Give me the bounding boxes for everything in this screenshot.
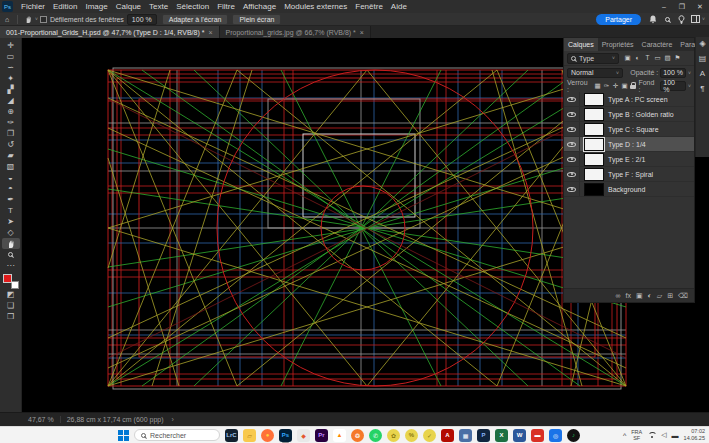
healing-brush-tool[interactable]: ⊕	[2, 106, 20, 117]
layer-row[interactable]: Type F : Spiral	[564, 167, 694, 182]
share-button[interactable]: Partager	[596, 14, 641, 25]
screen-mode-icon[interactable]: ❏	[2, 300, 20, 311]
clock[interactable]: 07:0214.06.25	[684, 428, 705, 441]
volume-icon[interactable]: ◁	[661, 431, 666, 439]
pen-tool[interactable]: ✒	[2, 194, 20, 205]
maximize-button[interactable]: ❐	[673, 0, 691, 13]
visibility-toggle[interactable]	[564, 152, 580, 166]
filter-icon-0[interactable]: ▣	[623, 54, 632, 62]
filter-icon-4[interactable]: ▨	[663, 54, 672, 62]
chevron-down-icon[interactable]: ˅	[702, 16, 705, 22]
hand-tool[interactable]	[2, 238, 20, 249]
battery-icon[interactable]: ▬	[672, 432, 679, 439]
chevron-down-icon[interactable]: ˅	[688, 83, 691, 89]
layer-style-icon[interactable]: fx	[626, 292, 631, 299]
firefox-icon[interactable]: ●	[261, 429, 274, 442]
whatsapp-icon[interactable]: ✆	[369, 429, 382, 442]
taskbar-search[interactable]: Rechercher	[134, 429, 220, 441]
layer-row[interactable]: Type E : 2/1	[564, 152, 694, 167]
layer-row[interactable]: Type A : PC screen	[564, 92, 694, 107]
fit-screen-button[interactable]: Adapter à l'écran	[162, 14, 229, 25]
layer-thumbnail[interactable]	[584, 153, 604, 166]
premiere-icon[interactable]: Pr	[315, 429, 328, 442]
visibility-toggle[interactable]	[564, 167, 580, 181]
photoshop-icon[interactable]: Ps	[279, 429, 292, 442]
lock-icon-2[interactable]: ✛	[611, 82, 619, 90]
app-red-icon[interactable]: ▬	[531, 429, 544, 442]
visibility-toggle[interactable]	[564, 107, 580, 121]
filter-icon-1[interactable]: ◐	[633, 54, 642, 62]
menu-calque[interactable]: Calque	[112, 0, 145, 13]
wifi-icon[interactable]	[647, 432, 656, 439]
layer-thumbnail[interactable]	[584, 183, 604, 196]
status-options-chevron[interactable]: ›	[172, 416, 174, 423]
document-tab-2[interactable]: Proportional_grids.jpg @ 66,7% (RVB/8) *…	[220, 26, 371, 38]
tray-chevron-icon[interactable]: ^	[623, 432, 626, 439]
word-icon[interactable]: W	[513, 429, 526, 442]
visibility-toggle[interactable]	[564, 92, 580, 106]
layer-row[interactable]: Type B : Golden ratio	[564, 107, 694, 122]
document-tab-1[interactable]: 001-Proportional_Grids_H.psd @ 47,7% (Ty…	[0, 26, 220, 38]
panel-tab-caractère[interactable]: Caractère	[638, 38, 677, 51]
foreground-color-swatch[interactable]	[3, 274, 12, 283]
app-yellow-2-icon[interactable]: %	[405, 429, 418, 442]
close-tab-icon[interactable]: ×	[208, 29, 212, 36]
quick-mask-icon[interactable]: ◩	[2, 289, 20, 300]
layer-thumbnail[interactable]	[584, 168, 604, 181]
calculator-icon[interactable]: ▦	[459, 429, 472, 442]
character-dock-icon[interactable]: A	[700, 69, 705, 78]
color-swatches[interactable]	[3, 274, 19, 289]
menu-fichier[interactable]: Fichier	[17, 0, 49, 13]
app-yellow-1-icon[interactable]: ✿	[387, 429, 400, 442]
layer-thumbnail[interactable]	[584, 138, 604, 151]
close-button[interactable]: ✕	[691, 0, 709, 13]
layer-thumbnail[interactable]	[584, 123, 604, 136]
blur-tool[interactable]: ◒	[2, 172, 20, 183]
bell-icon[interactable]	[646, 14, 660, 25]
lasso-tool[interactable]: ∽	[2, 62, 20, 73]
layer-thumbnail[interactable]	[584, 108, 604, 121]
new-group-icon[interactable]: ▱	[657, 292, 662, 300]
brush-tool[interactable]: ✑	[2, 117, 20, 128]
menu-aide[interactable]: Aide	[387, 0, 411, 13]
eyedropper-tool[interactable]: ◢	[2, 95, 20, 106]
history-brush-tool[interactable]: ↺	[2, 139, 20, 150]
vlc-icon[interactable]: ▲	[333, 429, 346, 442]
layer-row[interactable]: Type D : 1/4	[564, 137, 694, 152]
shape-tool[interactable]: ◇	[2, 227, 20, 238]
workspace-layout-icon[interactable]	[688, 14, 702, 25]
path-select-tool[interactable]: ➤	[2, 216, 20, 227]
menu-affichage[interactable]: Affichage	[239, 0, 280, 13]
filter-icon-2[interactable]: T	[643, 54, 652, 62]
lock-icon-0[interactable]: ▦	[593, 82, 601, 90]
clone-stamp-tool[interactable]: ❐	[2, 128, 20, 139]
layers-dock-icon[interactable]: ◈	[699, 39, 705, 48]
excel-icon[interactable]: X	[495, 429, 508, 442]
start-button[interactable]	[118, 430, 129, 441]
layer-thumbnail[interactable]	[584, 93, 604, 106]
edit-toolbar-icon[interactable]: ❒	[2, 311, 20, 322]
lock-icon-1[interactable]: ✑	[602, 82, 610, 90]
menu-sélection[interactable]: Sélection	[172, 0, 213, 13]
crop-tool[interactable]: ▞	[2, 84, 20, 95]
background-color-swatch[interactable]	[11, 281, 19, 289]
menu-edition[interactable]: Edition	[49, 0, 81, 13]
dodge-tool[interactable]: ◓	[2, 183, 20, 194]
more-tools[interactable]: ⋯	[2, 260, 20, 271]
full-screen-button[interactable]: Plein écran	[232, 14, 281, 25]
filter-icon-3[interactable]: ▭	[653, 54, 662, 62]
scroll-all-windows-checkbox[interactable]	[40, 16, 47, 23]
visibility-toggle[interactable]	[564, 122, 580, 136]
panel-tab-propriétés[interactable]: Propriétés	[598, 38, 638, 51]
menu-image[interactable]: Image	[81, 0, 111, 13]
app-yellow-3-icon[interactable]: ✓	[423, 429, 436, 442]
file-explorer-icon[interactable]: ▱	[243, 429, 256, 442]
blender-icon[interactable]: ❂	[351, 429, 364, 442]
lightbulb-icon[interactable]	[674, 14, 688, 25]
lock-all-icon[interactable]	[630, 85, 636, 89]
layer-filter-dropdown[interactable]: Type ˅	[567, 53, 619, 64]
quick-selection-tool[interactable]: ✦	[2, 73, 20, 84]
new-layer-icon[interactable]: ⊞	[667, 292, 673, 300]
minimize-button[interactable]: –	[655, 0, 673, 13]
visibility-toggle[interactable]	[564, 137, 580, 151]
